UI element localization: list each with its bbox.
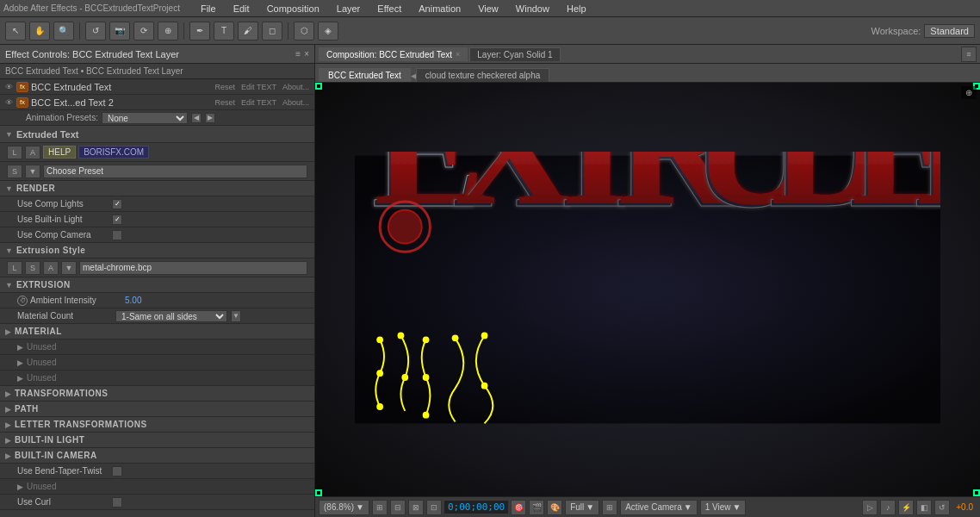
workspace-dropdown[interactable]: Standard (924, 24, 975, 38)
style-l-btn[interactable]: L (7, 261, 22, 275)
render-btn[interactable]: 🎬 (529, 500, 544, 515)
fill-tool[interactable]: ◈ (318, 22, 338, 40)
quality-btn[interactable]: Full ▼ (565, 500, 599, 515)
zoom-btn[interactable]: (86.8%) ▼ (319, 500, 369, 515)
orbit-tool[interactable]: ⟳ (133, 22, 154, 40)
comp-main-tab[interactable]: Composition: BCC Extruded Text × (319, 47, 468, 61)
pixel-aspect-btn[interactable]: ⊟ (390, 500, 406, 515)
ambient-clock-icon[interactable]: ⏱ (17, 296, 28, 306)
hand-tool[interactable]: ✋ (29, 22, 50, 40)
breadcrumb-text: BCC Extruded Text • BCC Extruded Text La… (5, 66, 183, 76)
display-mode-btn[interactable]: ⊞ (602, 500, 617, 515)
style-s2-btn[interactable]: S (25, 261, 40, 275)
letter-trans-section[interactable]: ▶ LETTER TRANSFORMATIONS (0, 417, 314, 433)
builtin-light-section[interactable]: ▶ BUILT-IN LIGHT (0, 433, 314, 448)
extruded-text-label: Extruded Text (16, 129, 79, 140)
extrusion-section-header[interactable]: ▼ EXTRUSION (0, 277, 314, 293)
menu-help[interactable]: Help (563, 3, 590, 14)
pan-tool[interactable]: ⊕ (158, 22, 178, 40)
camera-btn[interactable]: Active Camera ▼ (620, 500, 697, 515)
style-s-btn[interactable]: S (7, 165, 22, 178)
effect2-visibility[interactable]: 👁 (3, 97, 14, 108)
render-section-header[interactable]: ▼ RENDER (0, 181, 314, 196)
comp-image: E E X X T T R (315, 83, 980, 496)
layer-tab[interactable]: Layer: Cyan Solid 1 (469, 47, 560, 61)
reset-view-btn[interactable]: ↺ (934, 500, 950, 515)
use-bend-taper-checkbox[interactable] (112, 466, 122, 477)
use-curl-checkbox[interactable] (112, 497, 122, 508)
sub-tab-cloud[interactable]: cloud texture checkered alpha (416, 68, 549, 82)
use-comp-lights-checkbox[interactable]: ✓ (112, 199, 122, 209)
rotate-tool[interactable]: ↺ (85, 22, 106, 40)
builtin-camera-label: BUILT-IN CAMERA (15, 451, 97, 460)
pen-tool[interactable]: ✒ (189, 22, 210, 40)
material-section-header[interactable]: ▶ MATERIAL (0, 324, 314, 339)
panel-menu-btn[interactable]: ≡ (295, 49, 301, 59)
comp-menu-btn[interactable]: ≡ (961, 47, 977, 62)
zoom-tool[interactable]: 🔍 (53, 22, 74, 40)
menu-view[interactable]: View (474, 3, 502, 14)
material-toggle: ▶ (5, 327, 11, 336)
material-label: MATERIAL (15, 327, 62, 336)
menu-composition[interactable]: Composition (264, 3, 323, 14)
builtin-camera-section[interactable]: ▶ BUILT-IN CAMERA (0, 448, 314, 464)
use-comp-camera-checkbox[interactable] (112, 230, 122, 240)
borisfx-button[interactable]: BORISFX.COM (78, 146, 149, 159)
comp-close-btn[interactable]: × (456, 50, 460, 59)
extrusion-style-header[interactable]: ▼ Extrusion Style (0, 243, 314, 258)
fast-preview-btn[interactable]: ⚡ (898, 500, 914, 515)
text-tool[interactable]: T (214, 22, 234, 40)
preset-input[interactable] (43, 165, 307, 178)
preview-btn[interactable]: ▷ (862, 500, 878, 515)
brush-tool[interactable]: 🖌 (238, 22, 258, 40)
effect2-reset[interactable]: Reset (214, 98, 238, 107)
extruded-text-section[interactable]: ▼ Extruded Text (0, 126, 314, 143)
snap-btn[interactable]: ⊠ (408, 500, 424, 515)
eraser-tool[interactable]: ◻ (262, 22, 282, 40)
letter-toggle: ▶ (5, 420, 11, 429)
anim-next-btn[interactable]: ▶ (205, 113, 215, 123)
ambient-intensity-value[interactable]: 5.00 (125, 296, 141, 305)
menu-edit[interactable]: Edit (230, 3, 253, 14)
effect1-about[interactable]: About... (281, 83, 311, 91)
menu-layer[interactable]: Layer (333, 3, 364, 14)
anim-presets-select[interactable]: None (102, 112, 188, 124)
transparency-btn[interactable]: ◧ (916, 500, 932, 515)
lock-icon-btn[interactable]: L (7, 146, 22, 159)
grid-btn[interactable]: ⊡ (426, 500, 442, 515)
menu-animation[interactable]: Animation (415, 3, 464, 14)
select-tool[interactable]: ↖ (5, 22, 26, 40)
sub-tab-bcc[interactable]: BCC Extruded Text (319, 68, 411, 82)
layer-title: Layer: Cyan Solid 1 (477, 50, 552, 59)
color-btn[interactable]: 🎨 (547, 500, 562, 515)
material-count-arrow[interactable]: ▼ (231, 310, 241, 322)
view-btn[interactable]: 1 View ▼ (700, 500, 747, 515)
style-arrow2-btn[interactable]: ▼ (61, 261, 77, 275)
path-section[interactable]: ▶ PATH (0, 402, 314, 417)
effect1-edit[interactable]: Edit TEXT (239, 83, 278, 91)
transformations-section[interactable]: ▶ TRANSFORMATIONS (0, 386, 314, 402)
camera-tool[interactable]: 📷 (109, 22, 130, 40)
help-button[interactable]: HELP (43, 146, 76, 159)
style-a-btn[interactable]: A (43, 261, 59, 275)
animate-icon-btn[interactable]: A (25, 146, 40, 159)
use-comp-camera-label: Use Comp Camera (17, 230, 112, 240)
panel-close-btn[interactable]: × (304, 49, 309, 59)
style-arrow-btn[interactable]: ▼ (25, 165, 40, 178)
audio-btn[interactable]: ♪ (880, 500, 896, 515)
effect2-edit-tet[interactable]: Edit TEXT (239, 98, 278, 107)
svg-point-22 (398, 333, 405, 339)
effect1-visibility[interactable]: 👁 (3, 82, 14, 92)
anim-prev-btn[interactable]: ◀ (191, 113, 202, 123)
menu-window[interactable]: Window (512, 3, 553, 14)
effect2-about[interactable]: About... (281, 98, 311, 107)
style-file-input[interactable] (79, 261, 307, 275)
use-builtin-light-checkbox[interactable]: ✓ (112, 215, 122, 225)
effect1-reset[interactable]: Reset (214, 83, 238, 91)
playhead-btn[interactable]: 🎯 (511, 500, 526, 515)
menu-effect[interactable]: Effect (374, 3, 405, 14)
shape-tool[interactable]: ⬡ (294, 22, 314, 40)
fit-btn[interactable]: ⊞ (372, 500, 388, 515)
material-count-select[interactable]: 1-Same on all sides (115, 310, 227, 322)
menu-file[interactable]: File (197, 3, 220, 14)
